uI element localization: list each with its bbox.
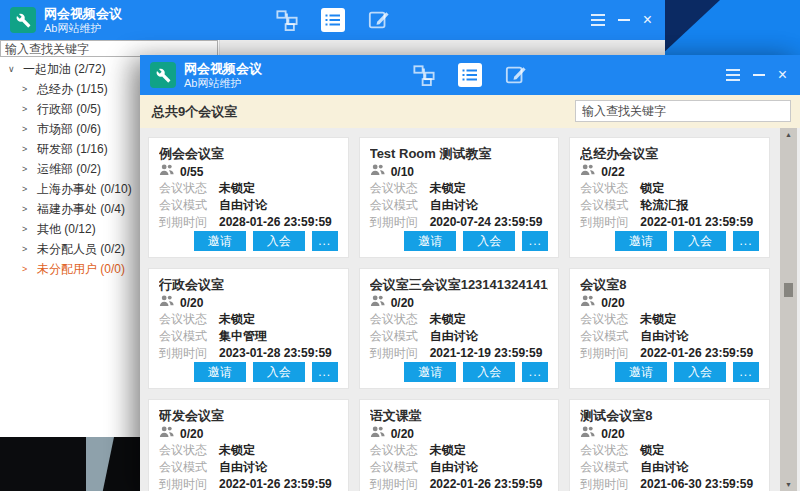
status-label: 会议状态	[580, 180, 640, 197]
expire-label: 到期时间	[580, 345, 640, 362]
more-button[interactable]: ...	[733, 231, 759, 251]
chevron-right-icon: >	[22, 84, 31, 94]
mode-label: 会议模式	[159, 328, 219, 345]
org-structure-icon[interactable]	[413, 64, 435, 86]
vertical-scrollbar[interactable]: ▲ ▼	[780, 128, 797, 491]
menu-button[interactable]	[726, 69, 740, 81]
expire-value: 2022-01-26 23:59:59	[219, 477, 332, 491]
more-button[interactable]: ...	[522, 231, 548, 251]
join-button[interactable]: 入会	[253, 231, 305, 251]
join-button[interactable]: 入会	[463, 231, 515, 251]
close-button[interactable]: ×	[643, 12, 652, 28]
mode-label: 会议模式	[370, 197, 430, 214]
app-title: 网会视频会议	[184, 61, 262, 77]
join-button[interactable]: 入会	[463, 362, 515, 382]
meeting-room-card: 会议室三会议室123141324141三会... 0/20 会议状态未锁定 会议…	[359, 268, 560, 389]
tree-node-label: 福建办事处 (0/4)	[37, 201, 125, 218]
room-name: Test Room 测试教室	[370, 145, 549, 162]
participants-icon	[580, 426, 595, 441]
wrench-logo-icon	[10, 7, 36, 33]
tree-node-label: 总经办 (1/15)	[37, 81, 108, 98]
chevron-right-icon: >	[22, 224, 31, 234]
expire-label: 到期时间	[370, 214, 430, 231]
chevron-right-icon: >	[22, 264, 31, 274]
rooms-subheader: 总共9个会议室	[140, 95, 800, 128]
room-name: 测试会议室8	[580, 407, 759, 424]
participants-icon	[159, 295, 174, 310]
expire-value: 2022-01-26 23:59:59	[430, 477, 543, 491]
meeting-rooms-window: 网会视频会议 Ab网站维护 × 总共9个会议室	[140, 55, 800, 491]
join-button[interactable]: 入会	[674, 231, 726, 251]
mode-label: 会议模式	[580, 459, 640, 476]
status-label: 会议状态	[370, 311, 430, 328]
participant-count: 0/20	[391, 427, 414, 441]
scroll-up-arrow[interactable]: ▲	[780, 131, 797, 138]
compose-message-icon[interactable]	[505, 64, 527, 86]
close-button[interactable]: ×	[778, 67, 787, 83]
mode-value: 自由讨论	[640, 459, 688, 476]
invite-button[interactable]: 邀请	[194, 231, 246, 251]
minimize-button[interactable]	[618, 19, 630, 21]
join-button[interactable]: 入会	[253, 362, 305, 382]
invite-button[interactable]: 邀请	[404, 231, 456, 251]
room-name: 会议室三会议室123141324141三会...	[370, 276, 549, 293]
mode-label: 会议模式	[580, 197, 640, 214]
chevron-down-icon: ∨	[8, 64, 17, 74]
participants-icon	[159, 426, 174, 441]
mode-value: 自由讨论	[640, 328, 688, 345]
mode-value: 自由讨论	[430, 459, 478, 476]
invite-button[interactable]: 邀请	[404, 362, 456, 382]
rooms-grid: 例会会议室 0/55 会议状态未锁定 会议模式自由讨论 到期时间2028-01-…	[148, 137, 770, 491]
expire-label: 到期时间	[580, 214, 640, 231]
invite-button[interactable]: 邀请	[615, 231, 667, 251]
org-structure-icon[interactable]	[276, 9, 298, 31]
menu-button[interactable]	[591, 14, 605, 26]
scroll-down-arrow[interactable]: ▼	[780, 481, 797, 488]
room-name: 行政会议室	[159, 276, 338, 293]
minimize-button[interactable]	[753, 74, 765, 76]
mode-value: 自由讨论	[430, 328, 478, 345]
room-name: 总经办会议室	[580, 145, 759, 162]
more-button[interactable]: ...	[312, 231, 338, 251]
status-label: 会议状态	[370, 442, 430, 459]
participants-icon	[580, 164, 595, 179]
room-name: 会议室8	[580, 276, 759, 293]
participant-count: 0/20	[391, 296, 414, 310]
expire-label: 到期时间	[370, 345, 430, 362]
invite-button[interactable]: 邀请	[194, 362, 246, 382]
meeting-room-card: 测试会议室8 0/20 会议状态锁定 会议模式自由讨论 到期时间2021-06-…	[569, 399, 770, 491]
participant-count: 0/20	[601, 296, 624, 310]
tree-node-label: 其他 (0/12)	[37, 221, 96, 238]
status-value: 未锁定	[430, 180, 466, 197]
participant-count: 0/55	[180, 165, 203, 179]
wallpaper-navy-triangle	[660, 0, 720, 56]
compose-message-icon[interactable]	[368, 9, 390, 31]
more-button[interactable]: ...	[733, 362, 759, 382]
meeting-room-card: 会议室8 0/20 会议状态未锁定 会议模式自由讨论 到期时间2022-01-2…	[569, 268, 770, 389]
chevron-right-icon: >	[22, 184, 31, 194]
mode-label: 会议模式	[580, 328, 640, 345]
more-button[interactable]: ...	[522, 362, 548, 382]
status-label: 会议状态	[580, 442, 640, 459]
expire-label: 到期时间	[159, 476, 219, 491]
app-subtitle: Ab网站维护	[44, 22, 122, 35]
scrollbar-thumb[interactable]	[784, 283, 793, 297]
expire-label: 到期时间	[159, 214, 219, 231]
status-value: 未锁定	[430, 442, 466, 459]
meeting-list-icon[interactable]	[458, 63, 482, 87]
chevron-right-icon: >	[22, 204, 31, 214]
rooms-search-input[interactable]	[575, 100, 791, 122]
chevron-right-icon: >	[22, 244, 31, 254]
join-button[interactable]: 入会	[674, 362, 726, 382]
status-value: 未锁定	[219, 311, 255, 328]
chevron-right-icon: >	[22, 104, 31, 114]
expire-label: 到期时间	[370, 476, 430, 491]
meeting-list-icon[interactable]	[321, 8, 345, 32]
invite-button[interactable]: 邀请	[615, 362, 667, 382]
mode-value: 集中管理	[219, 328, 267, 345]
tree-node-label: 研发部 (1/16)	[37, 141, 108, 158]
status-label: 会议状态	[159, 180, 219, 197]
tree-node-label: 未分配用户 (0/0)	[37, 261, 125, 278]
status-value: 锁定	[640, 442, 664, 459]
more-button[interactable]: ...	[312, 362, 338, 382]
